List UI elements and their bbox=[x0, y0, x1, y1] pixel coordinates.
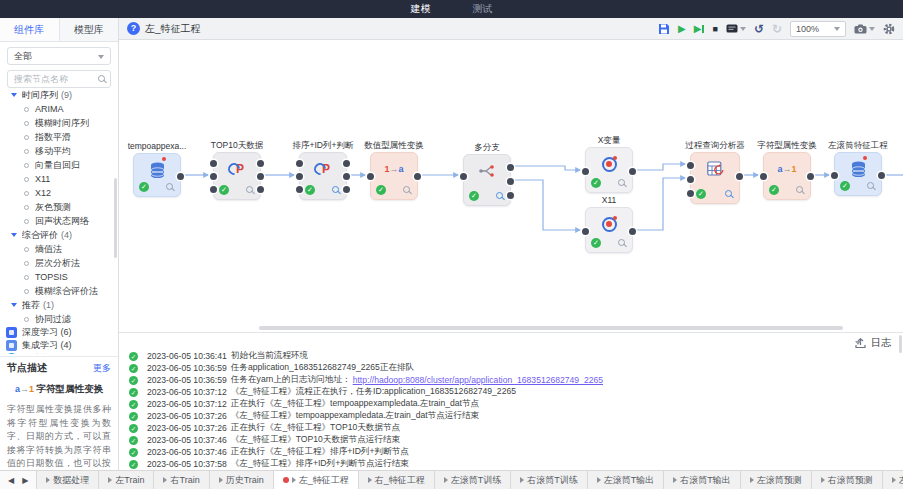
workflow-tab[interactable]: 右Train bbox=[154, 471, 209, 489]
output-port[interactable] bbox=[807, 173, 814, 180]
tree-item[interactable]: X11 bbox=[0, 172, 118, 186]
category-filter-dropdown[interactable]: 全部 bbox=[7, 47, 111, 65]
tree-item[interactable]: 模糊时间序列 bbox=[0, 116, 118, 130]
input-port[interactable] bbox=[296, 186, 303, 193]
tree-item[interactable]: 协同过滤 bbox=[0, 312, 118, 326]
input-port[interactable] bbox=[687, 162, 694, 169]
flow-node-x11[interactable]: X11 bbox=[585, 207, 633, 253]
tree-item[interactable]: 指数平滑 bbox=[0, 130, 118, 144]
log-scrollbar[interactable] bbox=[899, 335, 902, 353]
output-port[interactable] bbox=[257, 160, 264, 167]
tab-model-library[interactable]: 模型库 bbox=[59, 18, 119, 41]
sidebar-scrollbar[interactable] bbox=[114, 178, 117, 258]
tab-scroll-left[interactable]: ◀ bbox=[8, 476, 14, 485]
stop-button[interactable]: ■ bbox=[712, 25, 717, 34]
output-port[interactable] bbox=[343, 160, 350, 167]
tree-item[interactable]: 回声状态网络 bbox=[0, 214, 118, 228]
workflow-tab[interactable]: 右_特征工程 bbox=[359, 471, 435, 489]
workflow-tab[interactable]: 右滚筒T输出 bbox=[664, 471, 741, 489]
run-mode-button[interactable] bbox=[726, 24, 746, 34]
tab-scroll-right[interactable]: ▶ bbox=[22, 476, 28, 485]
tree-item[interactable]: 层次分析法 bbox=[0, 256, 118, 270]
output-port[interactable] bbox=[878, 172, 885, 179]
flow-node-python-sort[interactable]: 排序+ID列+判断 P bbox=[299, 152, 347, 200]
tree-item[interactable]: 熵值法 bbox=[0, 242, 118, 256]
flow-node-x-variable[interactable]: X变量 bbox=[585, 147, 633, 193]
output-port[interactable] bbox=[629, 168, 636, 175]
output-port[interactable] bbox=[507, 164, 514, 171]
tree-category[interactable]: 综合评价(4) bbox=[0, 228, 118, 242]
nav-test[interactable]: 测试 bbox=[473, 2, 493, 16]
flow-node-string-transform[interactable]: 字符型属性变换 a→1 bbox=[763, 152, 811, 200]
output-port[interactable] bbox=[257, 173, 264, 180]
output-port[interactable] bbox=[414, 173, 421, 180]
input-port[interactable] bbox=[367, 173, 374, 180]
workflow-tab[interactable]: 左滚筒T输出 bbox=[588, 471, 665, 489]
preview-icon[interactable] bbox=[618, 179, 625, 186]
chevron-down-icon[interactable] bbox=[855, 341, 861, 345]
tree-group[interactable]: 集成学习 (4) bbox=[0, 339, 118, 352]
input-port[interactable] bbox=[760, 173, 767, 180]
input-port[interactable] bbox=[831, 172, 838, 179]
input-port[interactable] bbox=[460, 173, 467, 180]
input-port[interactable] bbox=[210, 173, 217, 180]
workflow-canvas[interactable]: tempoappexa... TOP10天数据 P bbox=[119, 40, 903, 332]
preview-icon[interactable] bbox=[403, 186, 410, 193]
tree-item[interactable]: 移动平均 bbox=[0, 144, 118, 158]
flow-node-python-top10[interactable]: TOP10天数据 P bbox=[213, 152, 261, 200]
tree-category[interactable]: 时间序列(9) bbox=[0, 88, 118, 102]
tree-item[interactable]: 模糊综合评价法 bbox=[0, 284, 118, 298]
tree-item[interactable]: 灰色预测 bbox=[0, 200, 118, 214]
output-port[interactable] bbox=[257, 186, 264, 193]
output-port[interactable] bbox=[343, 186, 350, 193]
log-link[interactable]: http://hadoop:8088/cluster/app/applicati… bbox=[353, 375, 603, 385]
save-button[interactable] bbox=[658, 23, 670, 35]
workflow-tab[interactable]: 左Train bbox=[99, 471, 154, 489]
workflow-tab[interactable]: 左滚筒预测 bbox=[741, 471, 812, 489]
input-port[interactable] bbox=[687, 190, 694, 197]
input-port[interactable] bbox=[210, 160, 217, 167]
input-port[interactable] bbox=[296, 160, 303, 167]
workflow-tab[interactable]: 数据处理 bbox=[37, 471, 99, 489]
preview-icon[interactable] bbox=[166, 183, 173, 190]
workflow-tab[interactable]: 右滚筒预测 bbox=[812, 471, 883, 489]
settings-button[interactable] bbox=[883, 23, 895, 35]
workflow-tab[interactable]: 左右融合 bbox=[883, 471, 903, 489]
preview-icon[interactable] bbox=[332, 186, 339, 193]
output-port[interactable] bbox=[507, 178, 514, 185]
snapshot-button[interactable] bbox=[854, 24, 875, 34]
search-input[interactable] bbox=[7, 70, 111, 88]
flow-node-process-query[interactable]: 过程查询分析器 bbox=[690, 152, 740, 204]
preview-icon[interactable] bbox=[618, 239, 625, 246]
tree-group[interactable]: 自动学习 (6) bbox=[0, 352, 118, 354]
run-to-node-button[interactable]: ▶ bbox=[694, 24, 705, 34]
preview-icon[interactable] bbox=[867, 182, 874, 189]
more-link[interactable]: 更多 bbox=[93, 362, 111, 375]
preview-icon[interactable] bbox=[725, 190, 732, 197]
input-port[interactable] bbox=[687, 176, 694, 183]
output-port[interactable] bbox=[177, 173, 184, 180]
flow-node-numeric-transform[interactable]: 数值型属性变换 1→a bbox=[370, 152, 418, 200]
nav-modeling[interactable]: 建模 bbox=[411, 2, 431, 16]
canvas-hscrollbar[interactable] bbox=[259, 326, 843, 330]
workflow-tab[interactable]: 右滚筒T训练 bbox=[511, 471, 588, 489]
output-port[interactable] bbox=[507, 192, 514, 199]
tree-item[interactable]: ARIMA bbox=[0, 102, 118, 116]
workflow-tab[interactable]: 左滚筒T训练 bbox=[435, 471, 512, 489]
redo-button[interactable]: ↻ bbox=[772, 23, 782, 35]
tree-item[interactable]: X12 bbox=[0, 186, 118, 200]
flow-node-left-roller-fe[interactable]: 左滚筒特征工程 bbox=[834, 152, 882, 196]
tab-component-library[interactable]: 组件库 bbox=[0, 18, 59, 41]
workflow-tab[interactable]: 历史Train bbox=[210, 471, 274, 489]
flow-node-multi-branch[interactable]: 多分支 bbox=[463, 154, 511, 206]
undo-button[interactable]: ↺ bbox=[754, 23, 764, 35]
workflow-tab[interactable]: 左_特征工程 bbox=[274, 471, 359, 489]
output-port[interactable] bbox=[736, 173, 743, 180]
input-port[interactable] bbox=[210, 186, 217, 193]
input-port[interactable] bbox=[296, 173, 303, 180]
zoom-select[interactable]: 100% bbox=[790, 21, 846, 37]
output-port[interactable] bbox=[343, 173, 350, 180]
tree-item[interactable]: TOPSIS bbox=[0, 270, 118, 284]
input-port[interactable] bbox=[582, 228, 589, 235]
input-port[interactable] bbox=[582, 168, 589, 175]
